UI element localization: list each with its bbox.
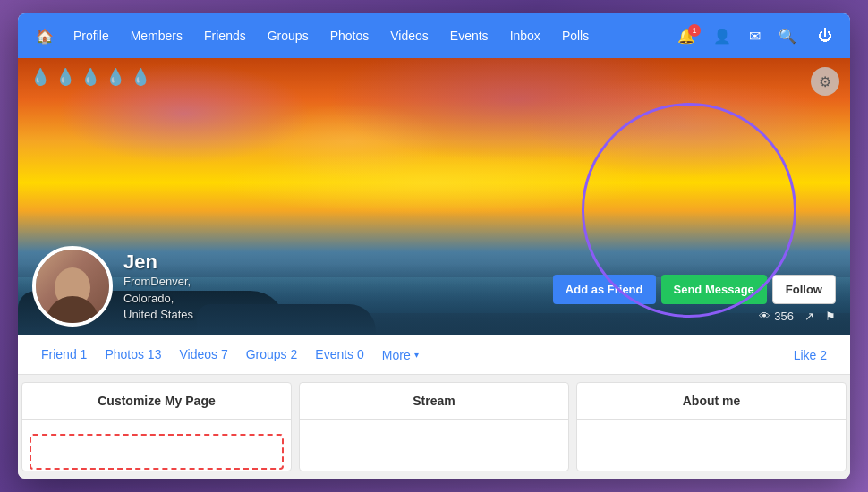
profile-location: FromDenver, Colorado, United States [123,274,193,323]
profile-section: Jen FromDenver, Colorado, United States … [18,246,850,335]
tab-friend[interactable]: Friend 1 [32,336,96,374]
views-count: 356 [774,310,794,323]
drop-4: 💧 [106,67,125,87]
action-buttons: Add as Friend Send Message Follow [553,275,836,304]
customize-panel: Customize My Page [21,382,292,471]
nav-item-photos[interactable]: Photos [321,23,379,48]
customize-panel-title: Customize My Page [22,383,291,420]
drop-2: 💧 [55,67,75,87]
app-window: 🏠 Profile Members Friends Groups Photos … [18,13,850,479]
customize-dashed-box[interactable] [30,434,284,470]
nav-item-groups[interactable]: Groups [259,23,318,48]
drop-1: 💧 [30,67,50,87]
notification-icon[interactable]: 🔔 1 [670,22,702,50]
bottom-section: Customize My Page Stream About me [18,375,850,479]
notification-badge: 1 [688,24,701,37]
nav-home-icon[interactable]: 🏠 [29,22,61,50]
send-message-button[interactable]: Send Message [661,275,767,304]
about-panel-title: About me [577,383,846,420]
avatar [32,246,113,327]
cover-area: 💧 💧 💧 💧 💧 ⚙ Jen FromDenver, Colorado, Un… [18,58,850,335]
customize-panel-content [22,420,291,471]
share-icon[interactable]: ↗ [804,310,814,323]
search-icon[interactable]: 🔍 [771,22,804,50]
nav-item-members[interactable]: Members [122,23,191,48]
chevron-down-icon: ▾ [414,350,419,360]
nav-item-inbox[interactable]: Inbox [501,23,549,48]
tab-videos[interactable]: Videos 7 [170,336,236,374]
views-stat: 👁 356 [759,310,794,323]
stream-panel: Stream [299,382,569,471]
stream-panel-title: Stream [300,383,568,420]
stats-row: 👁 356 ↗ ⚑ [759,310,836,323]
tab-events[interactable]: Events 0 [306,336,373,374]
navbar: 🏠 Profile Members Friends Groups Photos … [18,13,850,58]
flag-icon[interactable]: ⚑ [825,310,836,323]
add-friend-button[interactable]: Add as Friend [553,275,656,304]
power-icon[interactable]: ⏻ [811,22,839,49]
profile-info: Jen FromDenver, Colorado, United States [123,250,193,327]
follow-button[interactable]: Follow [772,275,836,304]
profile-actions: Add as Friend Send Message Follow 👁 356 … [553,275,836,327]
mail-icon[interactable]: ✉ [742,22,768,50]
nav-item-videos[interactable]: Videos [381,23,438,48]
water-drops: 💧 💧 💧 💧 💧 [30,67,150,87]
about-panel: About me [576,382,847,471]
nav-item-profile[interactable]: Profile [64,23,118,48]
gear-button[interactable]: ⚙ [811,67,839,96]
profile-name: Jen [123,250,193,274]
drop-5: 💧 [131,67,150,87]
tab-more[interactable]: More ▾ [373,337,428,373]
tab-photos[interactable]: Photos 13 [96,336,170,374]
avatar-image [36,250,109,323]
drop-3: 💧 [81,67,100,87]
nav-item-friends[interactable]: Friends [195,23,255,48]
user-icon[interactable]: 👤 [706,22,738,50]
profile-tabs: Friend 1 Photos 13 Videos 7 Groups 2 Eve… [18,335,850,375]
nav-item-events[interactable]: Events [441,23,498,48]
tab-groups[interactable]: Groups 2 [237,336,307,374]
nav-item-polls[interactable]: Polls [553,23,598,48]
tab-like[interactable]: Like 2 [785,337,836,373]
views-icon: 👁 [759,310,770,323]
more-label: More [382,348,411,362]
